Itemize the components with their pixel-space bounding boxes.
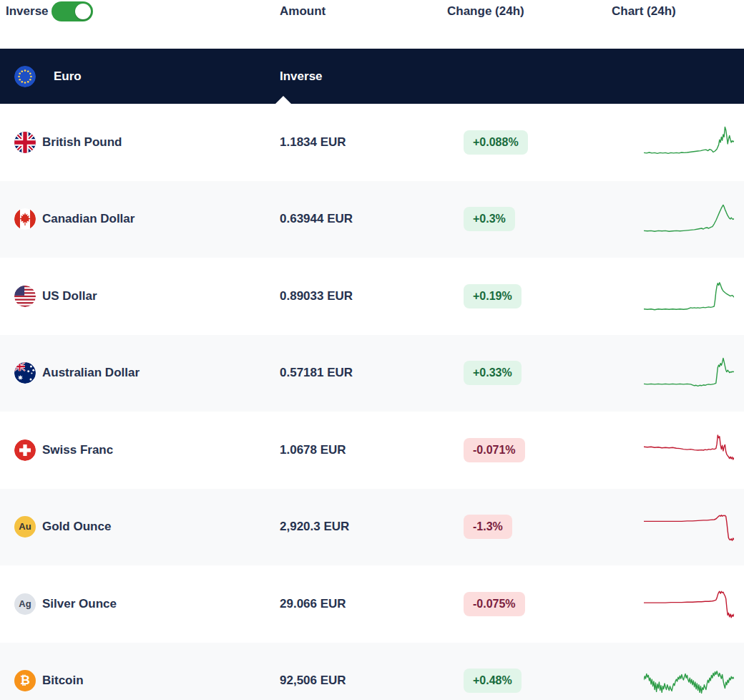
- currency-row[interactable]: Au Gold Ounce 2,920.3 EUR -1.3%: [0, 489, 744, 566]
- currency-name: Silver Ounce: [42, 597, 117, 611]
- ca-flag-icon: [14, 208, 36, 230]
- sparkline-chart: [644, 354, 734, 392]
- sparkline-chart: [644, 661, 734, 700]
- base-mode-label: Inverse: [280, 69, 323, 84]
- currency-amount: 0.57181 EUR: [280, 366, 353, 380]
- us-flag-icon: [14, 286, 36, 307]
- base-currency-name: Euro: [54, 69, 82, 84]
- sparkline-chart: [644, 431, 734, 470]
- currency-row[interactable]: British Pound 1.1834 EUR +0.088%: [0, 104, 744, 181]
- change-badge: +0.3%: [464, 207, 515, 231]
- currency-amount: 0.63944 EUR: [280, 212, 353, 226]
- column-header-change: Change (24h): [447, 4, 524, 19]
- change-badge: -0.071%: [464, 438, 525, 462]
- sparkline-chart: [644, 585, 734, 623]
- currency-rates-panel: Inverse Amount Change (24h) Chart (24h) …: [0, 0, 744, 700]
- rates-table-body: British Pound 1.1834 EUR +0.088% Canadia…: [0, 104, 744, 700]
- currency-row[interactable]: Australian Dollar 0.57181 EUR +0.33%: [0, 335, 744, 412]
- au-flag-icon: [14, 362, 36, 384]
- table-header: Inverse Amount Change (24h) Chart (24h): [0, 0, 744, 49]
- gb-flag-icon: [14, 132, 36, 153]
- currency-name: Bitcoin: [42, 674, 84, 688]
- sparkline-chart: [644, 507, 734, 546]
- column-header-chart: Chart (24h): [612, 4, 676, 19]
- inverse-toggle[interactable]: [52, 1, 93, 21]
- currency-name: Swiss Franc: [42, 443, 113, 457]
- toggle-knob-icon: [75, 4, 91, 19]
- gold-icon: Au: [14, 516, 36, 538]
- currency-amount: 1.0678 EUR: [280, 443, 346, 457]
- currency-row[interactable]: US Dollar 0.89033 EUR +0.19%: [0, 258, 744, 335]
- silver-icon: Ag: [14, 593, 36, 615]
- currency-amount: 1.1834 EUR: [280, 135, 346, 150]
- change-badge: +0.19%: [464, 284, 522, 308]
- change-badge: +0.088%: [464, 130, 528, 155]
- change-badge: +0.33%: [464, 361, 522, 385]
- currency-name: Canadian Dollar: [42, 212, 134, 226]
- currency-name: US Dollar: [42, 289, 97, 303]
- ch-flag-icon: [14, 439, 36, 461]
- sparkline-chart: [644, 123, 734, 162]
- currency-amount: 2,920.3 EUR: [280, 520, 349, 534]
- currency-name: British Pound: [42, 135, 122, 150]
- caret-up-icon: [275, 96, 291, 104]
- change-badge: -1.3%: [464, 515, 512, 539]
- bitcoin-icon: ₿: [14, 670, 36, 691]
- currency-name: Gold Ounce: [42, 520, 111, 534]
- eu-flag-icon: [14, 66, 36, 87]
- currency-row[interactable]: ₿ Bitcoin 92,506 EUR +0.48%: [0, 643, 744, 700]
- currency-amount: 29.066 EUR: [280, 597, 346, 611]
- currency-amount: 0.89033 EUR: [280, 289, 353, 303]
- column-header-amount: Amount: [280, 4, 326, 19]
- currency-row[interactable]: Canadian Dollar 0.63944 EUR +0.3%: [0, 181, 744, 258]
- sparkline-chart: [644, 277, 734, 316]
- currency-amount: 92,506 EUR: [280, 674, 346, 688]
- change-badge: +0.48%: [464, 669, 522, 693]
- sparkline-chart: [644, 200, 734, 238]
- currency-name: Australian Dollar: [42, 366, 140, 380]
- currency-row[interactable]: Ag Silver Ounce 29.066 EUR -0.075%: [0, 565, 744, 643]
- base-currency-row[interactable]: Euro Inverse: [0, 49, 744, 104]
- change-badge: -0.075%: [464, 592, 525, 616]
- currency-row[interactable]: Swiss Franc 1.0678 EUR -0.071%: [0, 412, 744, 489]
- inverse-toggle-label: Inverse: [6, 4, 49, 19]
